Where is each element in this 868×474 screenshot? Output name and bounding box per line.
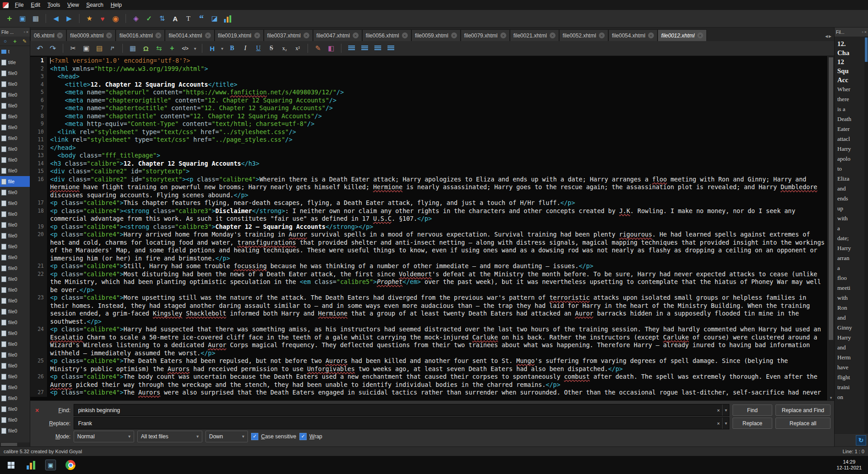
editor-vscrollbar[interactable]: ▾: [827, 56, 834, 400]
code-line[interactable]: 22<p class="calibre4">Most disturbing ha…: [30, 270, 827, 294]
code-text[interactable]: <p class="calibre4">This chapter feature…: [47, 199, 827, 207]
code-text[interactable]: <meta http-equiv="Content-Type" content=…: [47, 120, 827, 128]
code-line[interactable]: 26<p class="calibre4">The body count was…: [30, 373, 827, 389]
manage-fonts-icon[interactable]: T: [182, 13, 194, 24]
align-center-icon[interactable]: [359, 42, 370, 54]
file-item[interactable]: file0: [0, 100, 30, 111]
find-button[interactable]: Find: [733, 404, 772, 416]
tab-file0019.xhtml[interactable]: file0019.xhtml×: [215, 29, 264, 41]
clear-find-icon[interactable]: ×: [717, 408, 720, 413]
tab-file0009.xhtml[interactable]: file0009.xhtml×: [66, 29, 116, 41]
arrange-icon[interactable]: ⇅: [156, 13, 168, 24]
code-text[interactable]: <p class="calibre4">More upsetting still…: [47, 294, 827, 325]
tab-close-icon[interactable]: ×: [648, 33, 654, 38]
code-text[interactable]: <meta name="chapterorigtitle" content="1…: [47, 97, 827, 105]
case-sensitive-checkbox[interactable]: ✓ Case sensitive: [251, 433, 296, 440]
code-text[interactable]: <link rel="stylesheet" type="text/css" h…: [47, 136, 827, 144]
menu-help[interactable]: Help: [107, 1, 126, 9]
tab-close-icon[interactable]: ×: [303, 33, 309, 38]
tab-file0014.xhtml[interactable]: file0014.xhtml×: [165, 29, 214, 41]
file-item[interactable]: file0: [0, 154, 30, 165]
code-text[interactable]: <head>: [47, 73, 827, 81]
code-text[interactable]: <p class="calibre4"><strong class="calib…: [47, 207, 827, 223]
file-item[interactable]: file0: [0, 79, 30, 89]
file-item[interactable]: file0: [0, 219, 30, 230]
tab-file0012.xhtml[interactable]: file0012.xhtml×: [658, 29, 707, 41]
scrollbar-thumb[interactable]: [829, 57, 833, 340]
tab-file0054.xhtml[interactable]: file0054.xhtml×: [608, 29, 658, 41]
tab-close-icon[interactable]: ×: [697, 33, 703, 38]
file-item[interactable]: file0: [0, 360, 30, 371]
tab-06.xhtml[interactable]: 06.xhtml×: [30, 29, 66, 41]
code-line[interactable]: 21<p class="calibre4">Still, Harry had s…: [30, 262, 827, 270]
file-item[interactable]: file0: [0, 198, 30, 209]
find-input-field[interactable]: [77, 407, 715, 414]
wrap-checkbox[interactable]: ✓ Wrap: [299, 433, 322, 440]
code-editor[interactable]: 1<?xml version='1.0' encoding='utf-8'?>2…: [30, 56, 834, 400]
code-text[interactable]: <link rel="stylesheet" type="text/css" h…: [47, 128, 827, 136]
file-item[interactable]: file0: [0, 349, 30, 360]
menu-file[interactable]: File: [11, 1, 27, 9]
replace-all-button[interactable]: Replace all: [775, 418, 831, 429]
file-item[interactable]: file0: [0, 328, 30, 339]
replace-input[interactable]: × ▾: [74, 417, 729, 429]
tab-file0016.xhtml[interactable]: file0016.xhtml×: [116, 29, 165, 41]
menu-search[interactable]: Search: [83, 1, 107, 9]
subscript-icon[interactable]: x₂: [279, 42, 290, 54]
align-right-icon[interactable]: [372, 42, 383, 54]
taskbar-clock[interactable]: 14:29 12-11-2021: [831, 459, 867, 471]
code-text[interactable]: <meta name="chaptertoctitle" content="12…: [47, 104, 827, 112]
clear-replace-icon[interactable]: ×: [717, 421, 720, 426]
file-item[interactable]: file0: [0, 404, 30, 414]
tab-file0037.xhtml[interactable]: file0037.xhtml×: [264, 29, 313, 41]
code-line[interactable]: 9 <meta http-equiv="Content-Type" conten…: [30, 120, 827, 128]
tab-file0079.xhtml[interactable]: file0079.xhtml×: [461, 29, 510, 41]
menu-tools[interactable]: Tools: [44, 1, 64, 9]
code-line[interactable]: 27<p class="calibre4">The Aurors were al…: [30, 389, 827, 397]
file-item[interactable]: file0: [0, 274, 30, 284]
file-item[interactable]: file0: [0, 165, 30, 176]
file-item[interactable]: t: [0, 46, 30, 57]
code-text[interactable]: <p class="calibre4"><strong class="calib…: [47, 223, 827, 231]
file-item[interactable]: file0: [0, 382, 30, 393]
code-text[interactable]: <p class="calibre4">The Death Eaters had…: [47, 357, 827, 373]
code-line[interactable]: 19<p class="calibre4"><strong class="cal…: [30, 223, 827, 231]
replace-and-find-button[interactable]: Replace and Find: [775, 404, 831, 416]
code-text[interactable]: <div class="calibre2" id="storytextp">: [47, 167, 827, 176]
code-line[interactable]: 23<p class="calibre4">More upsetting sti…: [30, 294, 827, 325]
file-item[interactable]: file0: [0, 209, 30, 219]
mode-select[interactable]: Normal▾: [74, 431, 134, 442]
code-line[interactable]: 14<h3 class="calibre">12. Chapter 12 Squ…: [30, 160, 827, 168]
code-text[interactable]: <meta name="chaptertitle" content="12. C…: [47, 112, 827, 121]
insert-tag-icon[interactable]: +: [166, 42, 178, 54]
heading-icon[interactable]: H: [206, 42, 218, 54]
code-line[interactable]: 25<p class="calibre4">The Death Eaters h…: [30, 357, 827, 373]
code-line[interactable]: 24<p class="calibre4">Harry had suspecte…: [30, 325, 827, 357]
tab-scroll-right-icon[interactable]: ▸: [829, 33, 831, 39]
code-text[interactable]: <html xmlns="http://www.w3.org/1999/xhtm…: [47, 65, 827, 73]
file-item[interactable]: file0: [0, 295, 30, 306]
foreground-color-icon[interactable]: ✎: [312, 42, 324, 54]
preview-vscrollbar[interactable]: [864, 37, 868, 433]
find-input[interactable]: × ▾: [74, 404, 729, 416]
superscript-icon[interactable]: x²: [292, 42, 303, 54]
tab-close-icon[interactable]: ×: [402, 33, 408, 38]
redo-icon[interactable]: ↷: [47, 42, 59, 54]
scrollbar-thumb[interactable]: [865, 37, 868, 62]
tab-file0056.xhtml[interactable]: file0056.xhtml×: [362, 29, 411, 41]
code-line[interactable]: 12</head>: [30, 144, 827, 152]
copy-icon[interactable]: ▣: [80, 42, 92, 54]
tab-close-icon[interactable]: ×: [500, 33, 506, 38]
code-text[interactable]: <meta name="chapterurl" content="https:/…: [47, 88, 827, 97]
code-text[interactable]: <?xml version='1.0' encoding='utf-8'?>: [47, 57, 827, 65]
back-icon[interactable]: ◀: [50, 13, 62, 24]
close-panel-icon[interactable]: ×: [864, 30, 867, 34]
insert-special-character-icon[interactable]: Ω: [140, 42, 152, 54]
add-file-icon[interactable]: +: [11, 35, 19, 47]
code-text[interactable]: <body class="fff_titlepage">: [47, 152, 827, 160]
file-item[interactable]: file0: [0, 68, 30, 79]
code-line[interactable]: 1<?xml version='1.0' encoding='utf-8'?>: [30, 57, 827, 65]
tab-scroll-left-icon[interactable]: ◂: [825, 33, 828, 39]
file-item[interactable]: file0: [0, 89, 30, 100]
file-item[interactable]: file0: [0, 284, 30, 295]
